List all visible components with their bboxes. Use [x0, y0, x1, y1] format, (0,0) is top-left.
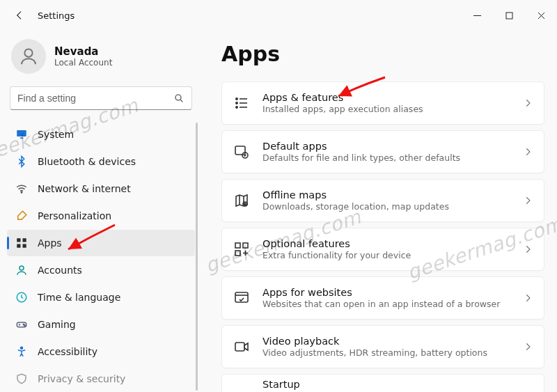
svg-rect-22 [235, 243, 240, 248]
wifi-icon [15, 182, 28, 195]
card-title: Optional features [262, 238, 510, 249]
minimize-button[interactable] [461, 5, 493, 26]
sidebar-item-label: System [38, 129, 74, 140]
card-title: Video playback [262, 336, 510, 347]
card-offline-maps[interactable]: Offline maps Downloads, storage location… [221, 179, 544, 222]
sidebar-item-label: Gaming [38, 319, 76, 330]
sidebar-item-label: Accounts [38, 265, 82, 276]
sidebar-item-gaming[interactable]: Gaming [7, 311, 195, 338]
sidebar-item-apps[interactable]: Apps [7, 230, 195, 256]
svg-rect-4 [20, 138, 24, 139]
card-startup[interactable]: Startup [221, 374, 544, 392]
maximize-icon [505, 12, 513, 19]
svg-point-14 [24, 325, 26, 327]
sidebar-scrollbar[interactable] [196, 123, 198, 391]
sidebar-item-label: Bluetooth & devices [38, 156, 136, 167]
sidebar-item-accounts[interactable]: Accounts [7, 257, 195, 283]
gamepad-icon [15, 318, 28, 331]
card-subtitle: Defaults for file and link types, other … [262, 152, 510, 163]
user-account-type: Local Account [54, 58, 112, 68]
window-controls [461, 5, 557, 26]
svg-point-16 [236, 98, 237, 100]
window-title: Settings [38, 10, 74, 21]
arrow-left-icon [14, 10, 25, 21]
card-subtitle: Websites that can open in an app instead… [262, 299, 510, 309]
search-box[interactable] [10, 86, 192, 110]
svg-point-15 [21, 347, 23, 349]
svg-rect-0 [506, 13, 512, 19]
svg-point-2 [175, 95, 181, 100]
svg-rect-26 [235, 343, 244, 351]
sidebar-item-label: Personalization [38, 210, 111, 221]
settings-card-list: Apps & features Installed apps, app exec… [221, 81, 544, 392]
sidebar-item-bluetooth[interactable]: Bluetooth & devices [7, 148, 195, 175]
chevron-right-icon [523, 196, 533, 205]
sidebar-item-accessibility[interactable]: Accessibility [7, 338, 195, 365]
nav-list: System Bluetooth & devices Network & int… [7, 121, 195, 392]
svg-rect-8 [17, 244, 20, 248]
close-icon [538, 12, 545, 19]
apps-icon [15, 237, 28, 249]
svg-point-10 [19, 266, 24, 270]
sidebar-item-label: Apps [38, 237, 62, 249]
sidebar-item-system[interactable]: System [7, 121, 195, 148]
card-video-playback[interactable]: Video playback Video adjustments, HDR st… [221, 325, 544, 368]
card-title: Apps for websites [262, 287, 510, 298]
search-icon [173, 93, 185, 104]
svg-rect-24 [235, 251, 240, 256]
accessibility-icon [15, 345, 28, 358]
sidebar-item-privacy[interactable]: Privacy & security [7, 366, 195, 392]
maximize-button[interactable] [493, 5, 525, 26]
titlebar: Settings [0, 0, 557, 31]
svg-rect-3 [17, 130, 26, 136]
back-button[interactable] [7, 3, 32, 28]
person-icon [18, 46, 39, 67]
chevron-right-icon [523, 293, 533, 303]
bluetooth-icon [15, 155, 28, 168]
close-button[interactable] [525, 5, 557, 26]
card-apps-features[interactable]: Apps & features Installed apps, app exec… [221, 81, 544, 125]
sidebar: Nevada Local Account System Bluetooth & … [0, 31, 202, 392]
card-subtitle: Installed apps, app execution aliases [262, 104, 510, 114]
svg-point-18 [236, 107, 237, 108]
svg-point-17 [236, 102, 237, 104]
accounts-icon [15, 264, 28, 276]
card-default-apps[interactable]: Default apps Defaults for file and link … [221, 130, 544, 173]
sidebar-item-label: Accessibility [38, 346, 97, 357]
card-title: Default apps [262, 141, 510, 152]
avatar [11, 39, 46, 74]
video-icon [233, 338, 250, 355]
card-title: Startup [262, 379, 533, 390]
features-icon [233, 241, 250, 258]
card-subtitle: Downloads, storage location, map updates [262, 201, 510, 212]
svg-point-1 [24, 49, 32, 56]
card-optional-features[interactable]: Optional features Extra functionality fo… [221, 228, 544, 271]
svg-rect-7 [23, 238, 26, 242]
startup-icon [233, 379, 250, 392]
websites-icon [233, 290, 250, 306]
brush-icon [15, 210, 28, 222]
card-title: Offline maps [262, 189, 510, 201]
page-title: Apps [221, 42, 544, 66]
card-subtitle: Video adjustments, HDR streaming, batter… [262, 347, 510, 358]
svg-rect-9 [23, 244, 26, 248]
sidebar-item-time-language[interactable]: Time & language [7, 284, 195, 311]
search-input[interactable] [17, 93, 173, 104]
sidebar-item-label: Time & language [38, 292, 120, 303]
svg-rect-6 [17, 238, 20, 242]
list-icon [233, 95, 250, 111]
card-title: Apps & features [262, 92, 510, 103]
shield-icon [15, 373, 28, 385]
svg-point-5 [21, 192, 22, 194]
monitor-icon [15, 128, 28, 141]
map-icon [233, 192, 250, 209]
card-subtitle: Extra functionality for your device [262, 250, 510, 260]
chevron-right-icon [523, 342, 533, 352]
user-block[interactable]: Nevada Local Account [7, 31, 195, 86]
card-apps-for-websites[interactable]: Apps for websites Websites that can open… [221, 276, 544, 320]
clock-icon [15, 291, 28, 304]
main-content: Apps Apps & features Installed apps, app… [202, 31, 557, 392]
sidebar-item-label: Privacy & security [38, 373, 125, 384]
sidebar-item-network[interactable]: Network & internet [7, 175, 195, 202]
sidebar-item-personalization[interactable]: Personalization [7, 203, 195, 229]
